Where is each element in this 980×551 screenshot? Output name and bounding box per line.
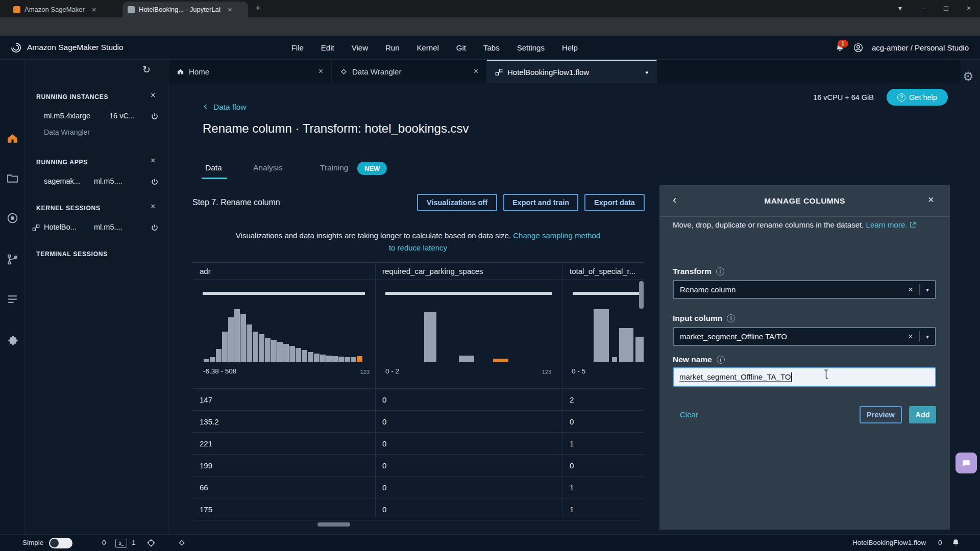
tab-close-icon[interactable]: × xyxy=(474,67,478,76)
menu-item-help[interactable]: Help xyxy=(553,43,586,52)
shutdown-icon[interactable] xyxy=(151,223,159,232)
transform-select[interactable]: Rename column × ▾ xyxy=(673,280,936,299)
change-sampling-link[interactable]: Change sampling method xyxy=(513,231,600,240)
clear-selection-icon[interactable]: × xyxy=(908,285,913,295)
step-label: Step 7. Rename column xyxy=(192,198,280,207)
user-name[interactable]: acg-amber / Personal Studio xyxy=(872,43,969,52)
table-cell: 221 xyxy=(200,439,212,448)
tab-analysis[interactable]: Analysis xyxy=(253,163,283,172)
notification-bell[interactable]: 1 xyxy=(835,43,845,53)
preview-button[interactable]: Preview xyxy=(860,406,902,423)
section-close-icon[interactable]: × xyxy=(151,157,155,164)
terminal-icon[interactable]: $_ xyxy=(115,539,127,548)
kernel-row[interactable]: HotelBo... ml.m5.... xyxy=(25,223,168,234)
menu-item-kernel[interactable]: Kernel xyxy=(408,43,448,52)
back-chevron-icon[interactable]: ‹ xyxy=(204,99,207,112)
crosshair-icon[interactable] xyxy=(147,539,155,547)
shutdown-icon[interactable] xyxy=(151,178,159,186)
file-browser-icon[interactable] xyxy=(6,172,19,185)
browser-tab-jupyterlab[interactable]: HotelBooking... - JupyterLab × xyxy=(122,2,248,17)
settings-gear-icon[interactable]: ⚙ xyxy=(963,69,974,84)
column-header[interactable]: total_of_special_r... xyxy=(570,267,635,276)
horizontal-scrollbar[interactable] xyxy=(317,522,350,527)
add-button[interactable]: Add xyxy=(909,406,936,423)
new-name-label: New name i xyxy=(673,355,725,364)
maximize-button[interactable]: □ xyxy=(944,4,948,12)
clear-selection-icon[interactable]: × xyxy=(908,332,913,342)
chevron-down-icon[interactable]: ▾ xyxy=(926,286,929,293)
histogram-bar xyxy=(424,312,436,362)
instance-app-row[interactable]: Data Wrangler xyxy=(25,128,168,139)
data-wrangler-icon[interactable] xyxy=(178,539,186,547)
status-bell-icon[interactable] xyxy=(951,538,960,547)
export-and-train-button[interactable]: Export and train xyxy=(503,194,578,211)
info-icon[interactable]: i xyxy=(727,314,735,322)
input-column-select[interactable]: market_segment_Offline TA/TO × ▾ xyxy=(673,327,936,346)
tab-close-icon[interactable]: × xyxy=(228,5,232,14)
table-cell: 147 xyxy=(200,395,212,404)
vertical-scrollbar[interactable] xyxy=(639,281,644,309)
tab-training[interactable]: Training xyxy=(320,163,348,172)
menu-item-git[interactable]: Git xyxy=(448,43,475,52)
browser-tab-sagemaker[interactable]: Amazon SageMaker × xyxy=(8,2,121,17)
panel-close-icon[interactable]: × xyxy=(928,194,934,206)
section-close-icon[interactable]: × xyxy=(151,203,155,210)
clear-link[interactable]: Clear xyxy=(680,410,698,419)
menu-item-settings[interactable]: Settings xyxy=(508,43,553,52)
table-cell: 0 xyxy=(382,395,386,404)
menu-item-tabs[interactable]: Tabs xyxy=(475,43,508,52)
extensions-icon[interactable] xyxy=(6,334,19,347)
change-sampling-link[interactable]: to reduce latency xyxy=(389,243,447,252)
menu-item-view[interactable]: View xyxy=(343,43,377,52)
unsaved-indicator[interactable]: ● xyxy=(645,69,648,75)
table-cell: 0 xyxy=(570,417,574,426)
browser-tab-title: Amazon SageMaker xyxy=(24,6,85,13)
window-close-button[interactable]: × xyxy=(967,4,971,12)
external-link-icon[interactable] xyxy=(910,221,916,228)
new-name-input[interactable]: market_segment_Offline_TA_TO xyxy=(673,367,936,387)
panel-back-icon[interactable]: ‹ xyxy=(673,193,676,207)
info-icon[interactable]: i xyxy=(716,267,724,276)
menu-item-run[interactable]: Run xyxy=(377,43,408,52)
menu-item-edit[interactable]: Edit xyxy=(312,43,343,52)
table-cell: 0 xyxy=(382,505,386,514)
section-close-icon[interactable]: × xyxy=(151,92,155,99)
git-icon[interactable] xyxy=(6,253,19,266)
tab-data-wrangler[interactable]: Data Wrangler × xyxy=(332,60,487,83)
shutdown-icon[interactable] xyxy=(151,112,159,120)
simple-mode-toggle[interactable] xyxy=(49,538,72,548)
tab-search-icon[interactable]: ▾ xyxy=(898,4,902,12)
minimize-button[interactable]: – xyxy=(922,4,926,12)
assistant-button[interactable] xyxy=(955,453,977,473)
column-header[interactable]: adr xyxy=(200,267,211,276)
export-data-button[interactable]: Export data xyxy=(584,194,645,211)
tab-close-icon[interactable]: × xyxy=(92,5,96,14)
tab-data[interactable]: Data xyxy=(205,163,222,172)
app-row[interactable]: sagemak... ml.m5.... xyxy=(25,177,168,188)
manage-columns-panel: MANAGE COLUMNS ‹ × Move, drop, duplicate… xyxy=(659,185,950,530)
tab-home[interactable]: Home × xyxy=(168,60,332,83)
tab-close-icon[interactable]: × xyxy=(318,67,323,76)
column-header[interactable]: required_car_parking_spaces xyxy=(382,267,483,276)
running-sessions-icon[interactable] xyxy=(6,212,19,224)
get-help-button[interactable]: ? Get help xyxy=(887,89,948,106)
tab-flow[interactable]: HotelBookingFlow1.flow ● xyxy=(487,60,657,83)
menu-item-file[interactable]: File xyxy=(283,43,312,52)
info-icon[interactable]: i xyxy=(717,356,725,364)
instance-row[interactable]: ml.m5.4xlarge 16 vC... xyxy=(25,112,168,123)
new-tab-button[interactable]: + xyxy=(255,3,261,14)
refresh-icon[interactable]: ↻ xyxy=(142,64,151,76)
running-apps-header: RUNNING APPS xyxy=(36,159,88,166)
user-avatar-icon[interactable] xyxy=(853,42,864,53)
histogram-bar xyxy=(314,354,320,362)
histogram-bar xyxy=(619,328,633,362)
home-icon[interactable] xyxy=(6,132,19,145)
tab-label: Data Wrangler xyxy=(352,67,401,76)
table-of-contents-icon[interactable] xyxy=(6,293,19,306)
back-link[interactable]: Data flow xyxy=(213,103,247,112)
chevron-down-icon[interactable]: ▾ xyxy=(926,333,929,340)
learn-more-link[interactable]: Learn more. xyxy=(866,220,908,229)
visualizations-off-button[interactable]: Visualizations off xyxy=(417,194,497,211)
histogram-bar xyxy=(612,357,617,362)
document-tabbar: Home × Data Wrangler × HotelBookingFlow1… xyxy=(168,60,961,83)
